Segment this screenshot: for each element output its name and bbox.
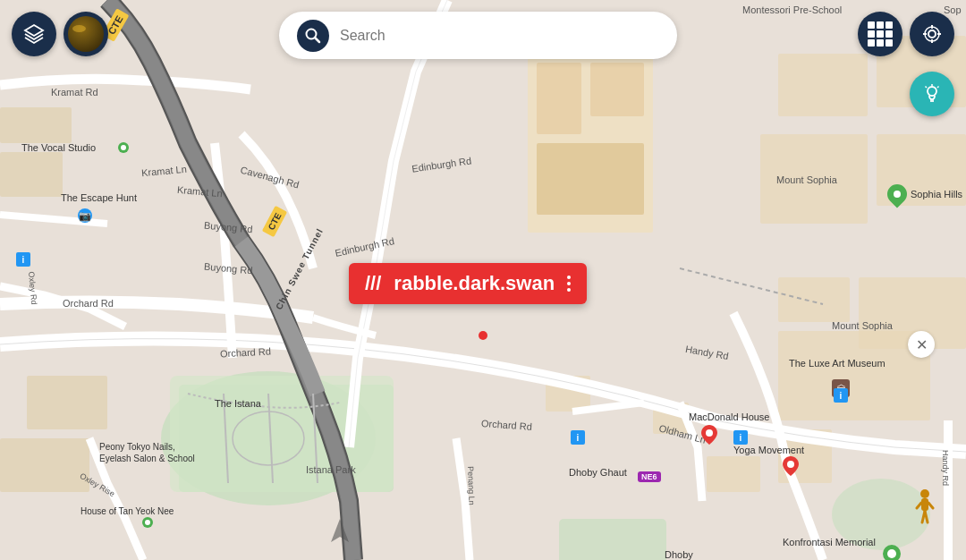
svg-rect-7 [537,63,581,134]
svg-rect-12 [27,376,107,429]
w3w-prefix: /// [365,272,381,295]
layers-icon [23,23,45,45]
svg-rect-13 [0,438,89,492]
macdonald-pin [701,425,717,448]
info-square-1: i [16,252,30,267]
pegman-icon[interactable] [915,488,935,528]
svg-marker-47 [25,25,43,36]
escape-hunt-pin: 📷 [77,208,93,227]
grid-icon [868,21,893,47]
w3w-address: rabble.dark.swan [394,272,555,295]
svg-rect-14 [778,54,868,116]
yoga-pin [783,456,799,479]
menu-dot-1 [567,276,571,279]
svg-point-31 [706,429,713,437]
svg-rect-11 [0,152,63,197]
svg-line-59 [937,87,939,89]
konfrontasi-pin [882,544,902,560]
svg-point-33 [145,520,150,525]
close-button[interactable]: ✕ [908,331,935,358]
top-left-controls [12,12,108,56]
map-container: CTE CTE Chin Swee Tunnel Kramat Rd Krama… [0,0,966,560]
w3w-menu-button[interactable] [567,276,571,292]
svg-rect-8 [590,63,644,116]
svg-line-44 [928,503,933,508]
close-icon: ✕ [916,336,928,353]
svg-rect-40 [921,498,928,511]
layers-button[interactable] [12,12,56,56]
svg-point-34 [787,461,794,468]
globe-icon [68,16,104,52]
svg-point-48 [928,30,936,38]
house-tan-pin [141,516,154,532]
svg-rect-16 [760,134,868,224]
svg-line-43 [917,503,921,508]
menu-dot-3 [567,288,571,292]
svg-point-36 [887,549,896,558]
svg-rect-18 [778,277,850,322]
locate-button[interactable] [910,12,954,56]
svg-text:📷: 📷 [79,209,91,222]
search-icon [304,27,322,45]
svg-rect-24 [707,456,760,492]
info-square-4: i [834,388,848,403]
info-square-2: i [571,430,585,445]
svg-rect-4 [559,519,666,560]
svg-line-46 [315,38,319,42]
grid-view-button[interactable] [858,12,902,56]
svg-point-39 [920,489,929,498]
search-bar[interactable] [279,12,677,59]
search-input[interactable] [340,28,659,44]
vocal-studio-pin [117,141,130,157]
svg-point-54 [928,87,936,96]
svg-point-28 [121,145,126,150]
svg-line-58 [926,87,928,89]
menu-dot-2 [567,282,571,285]
search-icon-circle [297,20,329,52]
svg-rect-9 [537,143,644,215]
svg-rect-10 [0,107,72,143]
info-square-3: i [733,430,748,445]
bulb-icon [921,83,943,105]
sophia-hills-poi: Sophia Hills [887,184,962,204]
svg-line-42 [925,511,928,522]
globe-button[interactable] [64,12,108,56]
map-marker-dot [479,331,487,340]
svg-rect-3 [170,376,394,492]
top-right-controls [858,12,954,56]
w3w-tooltip[interactable]: /// rabble.dark.swan [349,263,587,304]
ne6-badge: NE6 [638,471,661,482]
bulb-button[interactable] [910,72,954,116]
locate-icon [922,24,942,44]
svg-point-49 [925,27,939,41]
